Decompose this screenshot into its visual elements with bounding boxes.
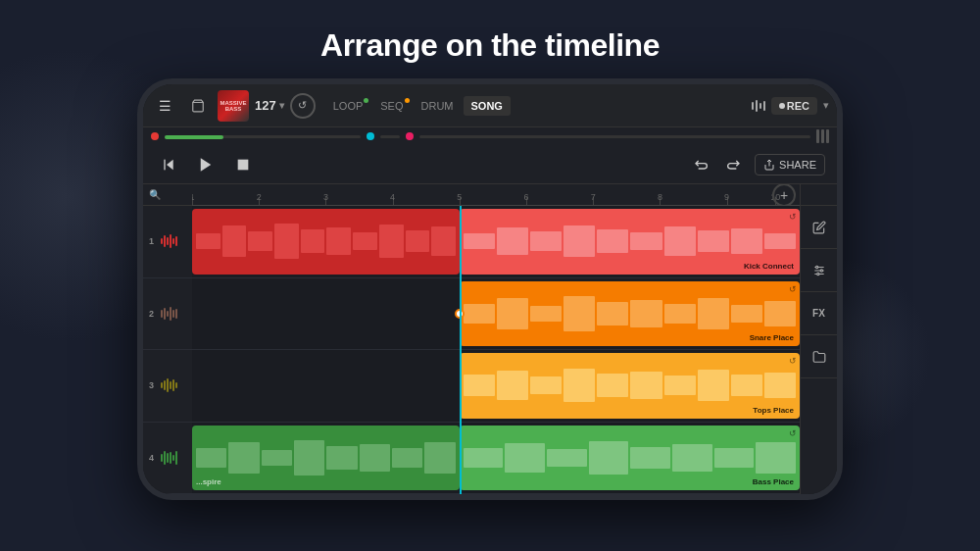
track-1-block-left[interactable] [192,209,460,275]
ruler-mark-4: 4 [390,192,395,202]
dropdown-arrow[interactable]: ▾ [823,99,829,112]
cart-button[interactable] [184,92,212,120]
seq-dot [405,98,410,103]
ruler-mark-8: 8 [658,192,662,202]
svg-point-9 [815,266,817,268]
track-3-label: Tops Place [753,406,794,415]
app-content: ☰ MASSIVEBASS 127 ▾ ↺ LOOP [143,84,837,494]
svg-point-11 [816,273,818,275]
skip-back-button[interactable] [155,151,182,178]
right-side-buttons: FX [800,184,837,494]
track-2-label: Snare Place [750,333,794,342]
ruler-mark-9: 9 [724,192,729,202]
svg-rect-2 [164,159,165,170]
tab-drum[interactable]: DRUM [414,96,462,116]
track-label-1: 1 [143,206,192,278]
rec-button[interactable]: REC [771,97,817,115]
undo-button[interactable] [688,151,715,178]
progress-track-2 [380,135,400,138]
ruler: 1 2 3 4 5 6 7 8 9 10 [192,184,800,206]
loop-dot [364,98,368,103]
progress-dot-red [151,132,159,140]
tab-loop[interactable]: LOOP [325,96,371,116]
tab-seq[interactable]: SEQ [372,96,411,116]
playhead [460,206,462,494]
share-button[interactable]: SHARE [755,154,825,175]
progress-track-3 [419,135,810,138]
progress-dot-cyan [367,132,374,140]
stop-button[interactable] [229,151,257,178]
track-num-2: 2 [149,309,157,319]
track-row-3[interactable]: ↺ Tops Place [192,350,800,423]
ruler-mark-1: 1 [192,192,195,202]
ruler-mark-7: 7 [591,192,596,202]
track-3-refresh-icon: ↺ [789,356,797,366]
play-button[interactable] [190,149,221,180]
track-4-refresh-icon: ↺ [789,428,797,438]
track-row-1[interactable]: ↺ Kick Connect [192,206,800,278]
track-4-waveform [161,451,177,465]
phone-frame: ☰ MASSIVEBASS 127 ▾ ↺ LOOP [137,78,843,500]
pencil-button[interactable] [801,206,837,249]
track-2-block[interactable]: ↺ Snare Place [460,281,800,347]
transport-row: SHARE [143,145,837,184]
track-3-pattern [460,366,800,405]
zoom-button[interactable]: + [772,184,796,207]
progress-track [165,135,361,138]
ruler-mark-2: 2 [257,192,262,202]
sync-button[interactable]: ↺ [290,93,316,119]
rec-label: REC [787,100,809,112]
track-4-label: Bass Place [753,477,794,486]
track-1-label: Kick Connect [744,262,794,271]
sliders-button[interactable] [801,249,837,292]
fx-label: FX [812,308,825,319]
phone-mockup: ☰ MASSIVEBASS 127 ▾ ↺ LOOP [137,78,843,500]
progress-lines [816,129,829,143]
track-2-waveform [161,307,177,321]
ruler-marks: 1 2 3 4 5 6 7 8 9 10 [192,184,800,205]
track-1-block-right[interactable]: ↺ Kick Connect [460,209,800,275]
svg-marker-1 [167,159,173,170]
ruler-mark-3: 3 [323,192,328,202]
folder-button[interactable] [801,335,837,378]
progress-fill [165,135,223,139]
svg-marker-3 [201,158,212,172]
ruler-spacer: 🔍 [143,184,192,206]
nav-tabs: LOOP SEQ DRUM SONG [325,96,511,116]
progress-dot-pink [406,132,414,140]
track-1-pattern-right [460,222,800,261]
track-1-waveform [161,234,177,248]
track-3-block[interactable]: ↺ Tops Place [460,353,800,419]
rec-dot [779,103,785,109]
ruler-mark-5: 5 [457,192,462,202]
redo-button[interactable] [719,151,747,178]
track-label-3: 3 [143,350,192,423]
page-title: Arrange on the timeline [320,27,660,64]
track-num-3: 3 [149,380,157,390]
search-icon-ruler[interactable]: 🔍 [149,189,161,200]
track-1-pattern-left [192,222,460,261]
tracks-container: ↺ Kick Connect [192,206,800,494]
track-1-refresh-icon: ↺ [789,212,797,222]
bpm-display[interactable]: 127 ▾ [255,98,284,113]
progress-bar-row [143,127,837,145]
track-2-refresh-icon: ↺ [789,284,797,294]
track-row-4[interactable]: ...spire ↺ Bass Place [192,423,800,495]
timeline-area: 🔍 1 [143,184,837,494]
tab-song[interactable]: SONG [464,96,511,116]
fx-button[interactable]: FX [801,292,837,335]
track-4-pattern-right [460,438,800,477]
track-row-2[interactable]: ↺ Snare Place [192,278,800,351]
menu-button[interactable]: ☰ [151,92,178,120]
track-4-block-right[interactable]: ↺ Bass Place [460,426,800,491]
track-4-block-left[interactable]: ...spire [192,426,460,491]
track-num-1: 1 [149,236,157,246]
album-art: MASSIVEBASS [218,90,249,122]
eq-icon[interactable] [752,100,765,112]
ruler-mark-6: 6 [523,192,528,202]
tracks-main: 1 2 3 4 5 6 7 8 9 10 [192,184,800,494]
track-2-pattern [460,294,800,333]
top-bar: ☰ MASSIVEBASS 127 ▾ ↺ LOOP [143,84,837,127]
bpm-value: 127 [255,98,276,113]
track-4-left-label: ...spire [196,477,221,486]
